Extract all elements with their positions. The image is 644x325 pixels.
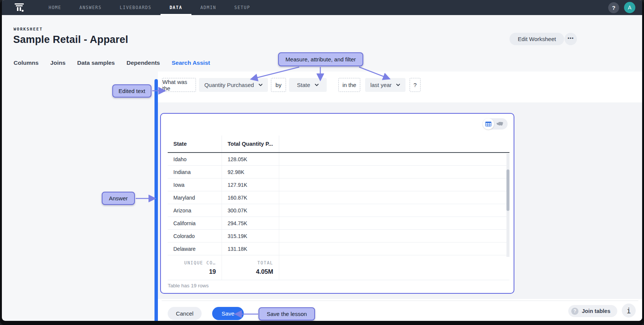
cell-state: California <box>168 217 222 229</box>
column-header-total-quantity[interactable]: Total Quantity P... <box>222 136 279 152</box>
cell-value: 131.18K <box>222 243 279 255</box>
worksheet-eyebrow: WORKSHEET <box>14 27 43 32</box>
cell-empty <box>279 191 509 204</box>
nav-item-home[interactable]: HOME <box>40 0 70 15</box>
nav-menu: HOME ANSWERS LIVEBOARDS DATA ADMIN SETUP <box>40 0 259 15</box>
callout-label: Save the lesson <box>267 311 307 317</box>
chevron-down-icon <box>259 84 263 86</box>
tab-joins[interactable]: Joins <box>50 60 65 71</box>
edit-worksheet-button[interactable]: Edit Worksheet <box>509 33 564 45</box>
more-options-button[interactable]: ••• <box>564 33 577 45</box>
cell-empty <box>279 179 509 191</box>
callout-edited-text: Edited text <box>112 84 151 98</box>
cell-empty <box>279 166 509 178</box>
callout-measure-attribute-filter: Measure, attribute, and filter <box>278 52 363 66</box>
cancel-button[interactable]: Cancel <box>168 307 202 320</box>
query-token-by[interactable]: by <box>271 78 286 92</box>
chevron-down-icon <box>315 84 319 86</box>
filter-dropdown-value: last year <box>370 82 392 88</box>
join-tables-button[interactable]: ? Join tables <box>568 305 617 317</box>
cell-empty <box>279 217 509 229</box>
table-view-button[interactable] <box>483 118 494 130</box>
worksheet-tabs: Columns Joins Data samples Dependents Se… <box>14 60 210 71</box>
app-window: HOME ANSWERS LIVEBOARDS DATA ADMIN SETUP… <box>0 0 644 325</box>
query-token-label: What was the <box>162 79 196 92</box>
tab-dependents[interactable]: Dependents <box>127 60 160 71</box>
answer-table: State Total Quantity P... Idaho 128.05K … <box>168 136 509 280</box>
tab-columns[interactable]: Columns <box>14 60 38 71</box>
help-icon: ? <box>571 308 578 315</box>
cell-empty <box>279 230 509 242</box>
tab-data-samples[interactable]: Data samples <box>77 60 115 71</box>
nav-item-answers[interactable]: ANSWERS <box>70 0 111 15</box>
query-token-label: in the <box>343 82 356 88</box>
cell-value: 128.05K <box>222 153 279 165</box>
lesson-highlight-bar <box>154 79 158 321</box>
table-scrollbar[interactable] <box>506 154 509 257</box>
query-token-what-was-the[interactable]: What was the <box>162 78 196 92</box>
nav-right-controls: ? A <box>608 0 642 15</box>
cell-value: 127.91K <box>222 179 279 191</box>
callout-label: Measure, attribute, and filter <box>286 56 356 63</box>
attribute-dropdown[interactable]: State <box>289 78 327 92</box>
cell-empty <box>279 204 509 217</box>
cell-value: 315.19K <box>222 230 279 242</box>
table-header-row: State Total Quantity P... <box>168 136 509 153</box>
summary-unique-count: UNIQUE CO… 19 <box>168 255 222 280</box>
cell-state: Indiana <box>168 166 222 178</box>
cell-state: Maryland <box>168 191 222 204</box>
table-row: Delaware 131.18K <box>168 243 509 255</box>
join-tables-label: Join tables <box>582 308 610 314</box>
summary-label: UNIQUE CO… <box>184 260 216 265</box>
nav-item-data[interactable]: DATA <box>161 0 191 15</box>
callout-label: Answer <box>109 195 128 201</box>
table-row: Iowa 127.91K <box>168 179 509 191</box>
summary-value: 19 <box>209 268 216 275</box>
nav-item-admin[interactable]: ADMIN <box>191 0 225 15</box>
column-header-empty <box>279 136 509 152</box>
table-row: Colorado 315.19K <box>168 230 509 243</box>
filter-dropdown[interactable]: last year <box>365 78 405 92</box>
table-row: Maryland 160.87K <box>168 191 509 204</box>
table-row-count: Table has 19 rows <box>168 283 209 288</box>
map-view-button[interactable] <box>494 118 505 130</box>
measure-dropdown[interactable]: Quantity Purchased <box>199 78 268 92</box>
cell-state: Colorado <box>168 230 222 242</box>
cell-empty <box>279 243 509 255</box>
cell-state: Iowa <box>168 179 222 191</box>
chevron-down-icon <box>396 84 400 86</box>
cell-value: 92.98K <box>222 166 279 178</box>
measure-dropdown-value: Quantity Purchased <box>204 82 254 88</box>
avatar-initial: A <box>628 5 631 11</box>
cell-state: Delaware <box>168 243 222 255</box>
summary-value: 4.05M <box>256 268 273 275</box>
table-row: Idaho 128.05K <box>168 153 509 166</box>
user-avatar[interactable]: A <box>624 2 635 13</box>
table-row: Arizona 300.07K <box>168 204 509 217</box>
column-header-state[interactable]: State <box>168 136 222 152</box>
callout-save-lesson: Save the lesson <box>259 307 315 320</box>
cell-state: Arizona <box>168 204 222 217</box>
save-button[interactable]: Save <box>212 307 244 320</box>
query-token-label: ? <box>413 82 416 88</box>
callout-answer: Answer <box>102 192 135 205</box>
thoughtspot-logo-icon[interactable] <box>12 0 27 15</box>
cell-value: 160.87K <box>222 191 279 204</box>
cell-empty <box>279 153 509 165</box>
attribute-dropdown-value: State <box>297 82 310 88</box>
nav-item-setup[interactable]: SETUP <box>225 0 259 15</box>
summary-empty <box>279 255 509 280</box>
summary-label: TOTAL <box>257 260 273 265</box>
info-button[interactable]: i <box>622 304 636 317</box>
footer-divider <box>162 301 638 301</box>
summary-total: TOTAL 4.05M <box>222 255 279 280</box>
visualization-toggle <box>483 118 508 130</box>
nav-item-liveboards[interactable]: LIVEBOARDS <box>111 0 161 15</box>
query-token-in-the[interactable]: in the <box>338 78 360 92</box>
usa-map-icon <box>496 122 503 126</box>
tab-search-assist[interactable]: Search Assist <box>171 60 210 71</box>
help-button[interactable]: ? <box>608 2 619 13</box>
top-navbar: HOME ANSWERS LIVEBOARDS DATA ADMIN SETUP… <box>2 0 642 15</box>
scrollbar-thumb[interactable] <box>506 169 509 211</box>
query-token-question-mark[interactable]: ? <box>410 78 421 92</box>
